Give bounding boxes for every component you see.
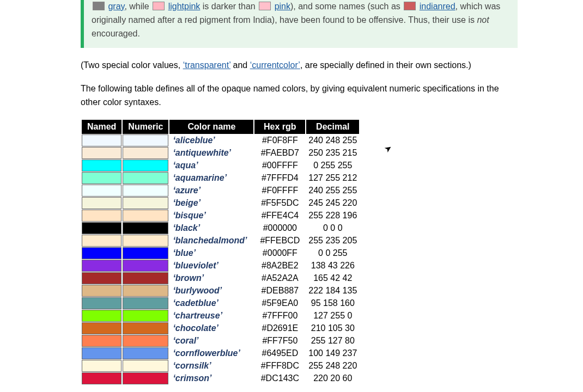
numeric-swatch (123, 322, 168, 334)
colorname-cell: ‘aqua’ (169, 160, 253, 171)
colorname-cell: ‘chocolate’ (169, 322, 253, 334)
named-swatch (82, 235, 122, 247)
table-row: ‘chocolate’#D2691E210 105 30 (82, 322, 359, 334)
numeric-swatch (123, 310, 168, 322)
swatch-pink (259, 2, 271, 10)
note-text: , while (124, 2, 151, 11)
lightpink-link[interactable]: lightpink (168, 2, 201, 11)
numeric-swatch (123, 197, 168, 209)
named-swatch (82, 347, 122, 359)
colorname-cell: ‘blanchedalmond’ (169, 235, 253, 247)
note-text: encouraged. (92, 29, 140, 38)
table-row: ‘burlywood’#DEB887222 184 135 (82, 285, 359, 297)
colorname-cell: ‘aquamarine’ (169, 172, 253, 184)
hex-cell: #6495ED (254, 347, 305, 359)
hex-cell: #A52A2A (254, 272, 305, 284)
th-named: Named (82, 120, 122, 134)
decimal-cell: 0 0 0 (306, 222, 359, 234)
numeric-swatch (123, 272, 168, 284)
gray-link[interactable]: gray (108, 2, 124, 11)
table-row: ‘coral’#FF7F50255 127 80 (82, 335, 359, 347)
named-swatch (82, 185, 122, 197)
hex-cell: #000000 (254, 222, 305, 234)
numeric-swatch (123, 185, 168, 197)
named-swatch (82, 272, 122, 284)
swatch-lightpink (153, 2, 165, 10)
hex-cell: #FFE4C4 (254, 210, 305, 222)
named-swatch (82, 310, 122, 322)
decimal-cell: 0 255 255 (306, 160, 359, 171)
numeric-swatch (123, 347, 168, 359)
named-swatch (82, 297, 122, 309)
table-row: ‘cornsilk’#FFF8DC255 248 220 (82, 360, 359, 372)
named-swatch (82, 147, 122, 159)
swatch-gray (93, 2, 105, 10)
table-row: ‘cornflowerblue’#6495ED100 149 237 (82, 347, 359, 359)
colorname-cell: ‘azure’ (169, 185, 253, 197)
hex-cell: #8A2BE2 (254, 260, 305, 272)
named-swatch (82, 372, 122, 384)
table-row: ‘blanchedalmond’#FFEBCD255 235 205 (82, 235, 359, 247)
th-colorname: Color name (169, 120, 253, 134)
decimal-cell: 220 20 60 (306, 372, 359, 384)
example-note: gray, while lightpink is darker than pin… (81, 0, 518, 48)
numeric-swatch (123, 260, 168, 272)
decimal-cell: 255 228 196 (306, 210, 359, 222)
hex-cell: #5F9EA0 (254, 297, 305, 309)
hex-cell: #0000FF (254, 247, 305, 259)
colorname-cell: ‘bisque’ (169, 210, 253, 222)
colorname-cell: ‘aliceblue’ (169, 134, 253, 146)
colorname-cell: ‘blueviolet’ (169, 260, 253, 272)
table-row: ‘azure’#F0FFFF240 255 255 (82, 185, 359, 197)
numeric-swatch (123, 134, 168, 146)
indianred-link[interactable]: indianred (420, 2, 456, 11)
numeric-swatch (123, 147, 168, 159)
named-swatch (82, 134, 122, 146)
numeric-swatch (123, 247, 168, 259)
named-colors-table: Named Numeric Color name Hex rgb Decimal… (81, 119, 360, 385)
hex-cell: #D2691E (254, 322, 305, 334)
table-row: ‘bisque’#FFE4C4255 228 196 (82, 210, 359, 222)
decimal-cell: 240 248 255 (306, 134, 359, 146)
hex-cell: #FF7F50 (254, 335, 305, 347)
para-text: and (230, 60, 250, 70)
hex-cell: #F0F8FF (254, 134, 305, 146)
colorname-cell: ‘burlywood’ (169, 285, 253, 297)
para-text: , are specially defined in their own sec… (300, 60, 471, 70)
transparent-link[interactable]: ‘transparent’ (183, 60, 230, 70)
colorname-cell: ‘cornsilk’ (169, 360, 253, 372)
numeric-swatch (123, 335, 168, 347)
mouse-cursor-icon: ➤ (382, 142, 394, 155)
numeric-swatch (123, 297, 168, 309)
table-row: ‘beige’#F5F5DC245 245 220 (82, 197, 359, 209)
numeric-swatch (123, 235, 168, 247)
named-swatch (82, 197, 122, 209)
currentcolor-link[interactable]: ‘currentcolor’ (250, 60, 300, 70)
th-hex: Hex rgb (254, 120, 305, 134)
colorname-cell: ‘chartreuse’ (169, 310, 253, 322)
pink-link[interactable]: pink (275, 2, 290, 11)
table-row: ‘antiquewhite’#FAEBD7250 235 215 (82, 147, 359, 159)
decimal-cell: 210 105 30 (306, 322, 359, 334)
numeric-swatch (123, 210, 168, 222)
named-swatch (82, 260, 122, 272)
para-text: (Two special color values, (81, 60, 183, 70)
named-swatch (82, 172, 122, 184)
decimal-cell: 95 158 160 (306, 297, 359, 309)
hex-cell: #F5F5DC (254, 197, 305, 209)
not-word: not (477, 15, 489, 24)
table-row: ‘aquamarine’#7FFFD4127 255 212 (82, 172, 359, 184)
named-swatch (82, 210, 122, 222)
colorname-cell: ‘coral’ (169, 335, 253, 347)
decimal-cell: 255 127 80 (306, 335, 359, 347)
table-row: ‘cadetblue’#5F9EA095 158 160 (82, 297, 359, 309)
colorname-cell: ‘beige’ (169, 197, 253, 209)
note-text: ), and some names (such as (290, 2, 403, 11)
numeric-swatch (123, 172, 168, 184)
table-row: ‘brown’#A52A2A165 42 42 (82, 272, 359, 284)
colorname-cell: ‘antiquewhite’ (169, 147, 253, 159)
table-row: ‘chartreuse’#7FFF00127 255 0 (82, 310, 359, 322)
decimal-cell: 255 235 205 (306, 235, 359, 247)
numeric-swatch (123, 222, 168, 234)
hex-cell: #FAEBD7 (254, 147, 305, 159)
